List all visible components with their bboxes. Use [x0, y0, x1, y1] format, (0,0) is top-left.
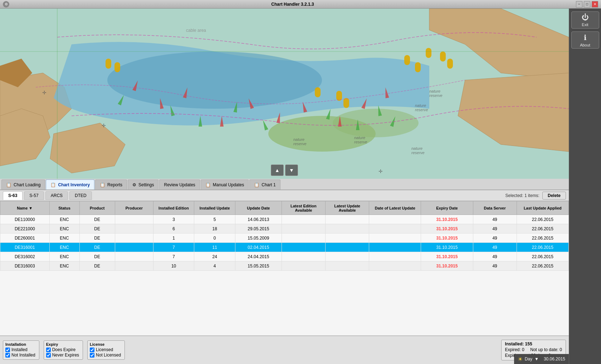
maximize-button[interactable]: □ [584, 1, 590, 8]
about-button[interactable]: ℹ About [571, 31, 599, 49]
svg-rect-30 [114, 62, 120, 72]
info-icon: ℹ [584, 33, 587, 42]
svg-text:nature: nature [354, 136, 365, 140]
titlebar: ⚙ Chart Handler 3.2.1.3 − □ ✕ [0, 0, 601, 9]
installed-label: Installed [11, 347, 28, 352]
tab-manual-updates-label: Manual Updates [213, 182, 244, 187]
col-header-date-latest[interactable]: Date of Latest Update [369, 201, 421, 215]
installed-filter-item: Installed [5, 347, 35, 352]
sub-tab-dted-label: DTED [75, 193, 87, 198]
col-header-latest-upd[interactable]: Latest Update Available [326, 201, 369, 215]
tab-chart-inventory[interactable]: 📋 Chart Inventory [46, 179, 94, 190]
close-button[interactable]: ✕ [592, 1, 598, 8]
sun-icon: ☀ [518, 356, 523, 363]
col-header-product[interactable]: Product [79, 201, 115, 215]
svg-rect-37 [440, 51, 446, 62]
tab-chart-loading-label: Chart Loading [14, 182, 40, 187]
not-installed-checkbox[interactable] [5, 353, 10, 358]
stats-expired-row: Expired: 0 Not up to date: 0 [505, 347, 562, 352]
col-header-inst-ed[interactable]: Installed Edition [153, 201, 194, 215]
svg-text:nature: nature [415, 103, 426, 108]
col-header-latest-ed[interactable]: Latest Edition Available [282, 201, 325, 215]
expiry-filter-title: Expiry [46, 342, 79, 346]
expiry-filter-group: Expiry Does Expire Never Expires [44, 340, 83, 360]
scroll-up-button[interactable]: ▲ [271, 164, 284, 176]
installed-checkbox[interactable] [5, 348, 10, 352]
svg-text:nature: nature [429, 89, 440, 93]
table-row[interactable]: DE110000ENCDE3514.06.201331.10.20154922.… [0, 215, 569, 224]
table-row[interactable]: DE316001ENCDE71102.04.201531.10.20154922… [0, 243, 569, 252]
licensed-label: Licensed [96, 347, 113, 352]
table-row[interactable]: DE260001ENCDE1015.05.200931.10.20154922.… [0, 233, 569, 243]
svg-text:✛: ✛ [102, 123, 106, 128]
table-row[interactable]: DE316003ENCDE10415.05.201531.10.20154922… [0, 261, 569, 271]
map-container: nature reserve nature reserve nature res… [0, 9, 569, 179]
svg-rect-38 [447, 59, 453, 69]
current-date: 30.06.2015 [544, 356, 565, 361]
col-header-data-srv[interactable]: Data Server [473, 201, 517, 215]
tab-review-updates-label: Review Updates [164, 182, 195, 187]
exit-button[interactable]: ⏻ Exit [571, 11, 599, 29]
tab-chart1-icon: 📋 [254, 182, 259, 187]
tab-bar: 📋 Chart Loading 📋 Chart Inventory 📋 Repo… [0, 179, 569, 190]
svg-text:reserve: reserve [411, 151, 425, 155]
table-header-row: Name ▼ Status Product Producer Installed… [0, 201, 569, 215]
col-header-expiry[interactable]: Expiry Date [421, 201, 473, 215]
sub-tab-s63-label: S-63 [8, 193, 17, 198]
chart-table: Name ▼ Status Product Producer Installed… [0, 201, 569, 271]
minimize-button[interactable]: − [576, 1, 582, 8]
bottom-panel: Installation Installed Not Installed Exp… [0, 335, 569, 364]
tab-chart-loading-icon: 📋 [6, 182, 11, 187]
sub-tab-s57[interactable]: S-57 [24, 191, 44, 200]
not-licensed-label: Not Licensed [96, 353, 121, 358]
col-header-upd-date[interactable]: Update Date [235, 201, 282, 215]
tab-settings-label: Settings [138, 182, 154, 187]
not-installed-label: Not Installed [11, 353, 35, 358]
sub-tab-arcs[interactable]: ARCS [45, 191, 68, 200]
tab-settings-icon: ⚙ [132, 182, 136, 187]
does-expire-checkbox[interactable] [46, 348, 51, 352]
sub-tab-s57-label: S-57 [29, 193, 38, 198]
tab-chart1-label: Chart 1 [262, 182, 275, 187]
tab-chart1[interactable]: 📋 Chart 1 [249, 179, 280, 190]
sub-tab-s63[interactable]: S-63 [3, 191, 23, 200]
delete-button[interactable]: Delete [542, 192, 566, 200]
tab-review-updates[interactable]: Review Updates [159, 179, 200, 190]
table-row[interactable]: DE221000ENCDE61829.05.201531.10.20154922… [0, 224, 569, 233]
licensed-filter-item: Licensed [90, 347, 121, 352]
scroll-down-button[interactable]: ▼ [285, 164, 298, 176]
svg-text:reserve: reserve [354, 140, 367, 144]
licensed-checkbox[interactable] [90, 348, 94, 352]
window-title: Chart Handler 3.2.1.3 [9, 2, 576, 7]
col-header-inst-upd[interactable]: Installed Update [194, 201, 235, 215]
not-licensed-checkbox[interactable] [90, 353, 94, 358]
tab-reports-label: Reports [107, 182, 122, 187]
svg-rect-36 [426, 48, 431, 58]
svg-rect-35 [415, 62, 421, 72]
never-expires-filter-item: Never Expires [46, 353, 79, 358]
tab-manual-updates-icon: 📋 [205, 182, 211, 187]
sub-tab-dted[interactable]: DTED [69, 191, 92, 200]
svg-point-9 [333, 109, 419, 137]
tab-chart-loading[interactable]: 📋 Chart Loading [1, 179, 45, 190]
exit-label: Exit [582, 23, 588, 27]
stats-not-up-to-date: Not up to date: 0 [530, 347, 562, 352]
never-expires-checkbox[interactable] [46, 353, 51, 358]
col-header-last-upd[interactable]: Last Update Applied [517, 201, 568, 215]
col-header-producer[interactable]: Producer [115, 201, 153, 215]
svg-text:nature: nature [293, 137, 304, 142]
svg-point-7 [107, 51, 322, 109]
about-label: About [580, 43, 590, 47]
does-expire-label: Does Expire [52, 347, 75, 352]
tab-settings[interactable]: ⚙ Settings [128, 179, 158, 190]
tab-reports-icon: 📋 [100, 182, 105, 187]
tab-manual-updates[interactable]: 📋 Manual Updates [201, 179, 249, 190]
col-header-status[interactable]: Status [49, 201, 79, 215]
table-row[interactable]: DE316002ENCDE72424.04.201531.10.20154922… [0, 252, 569, 261]
installation-filter-group: Installation Installed Not Installed [3, 340, 39, 360]
col-header-name[interactable]: Name ▼ [0, 201, 50, 215]
tab-chart-inventory-label: Chart Inventory [58, 182, 90, 187]
svg-text:✛: ✛ [42, 90, 47, 95]
svg-rect-31 [315, 87, 321, 97]
tab-reports[interactable]: 📋 Reports [95, 179, 127, 190]
